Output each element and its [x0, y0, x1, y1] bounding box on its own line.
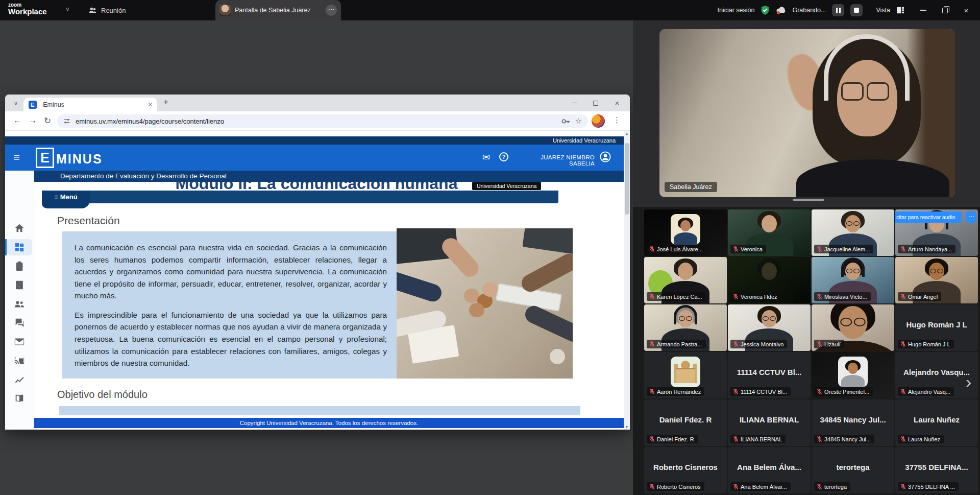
sidebar-item-cast[interactable]: [14, 355, 26, 367]
scroll-down-icon[interactable]: ▼: [624, 425, 630, 429]
participant-tile[interactable]: Jessica Montalvo: [728, 304, 811, 351]
participant-tile[interactable]: Daniel Fdez. RDaniel Fdez. R: [644, 399, 727, 446]
security-shield-icon[interactable]: [761, 5, 770, 15]
browser-close-button[interactable]: ×: [608, 95, 626, 111]
tab-search-chevron-icon[interactable]: ∨: [10, 98, 21, 108]
sidebar-item-stats[interactable]: [14, 374, 26, 386]
participant-tile[interactable]: citar para reactivar audio⋯Arturo Nanday…: [895, 209, 978, 256]
muted-mic-icon: [900, 436, 906, 442]
menu-button[interactable]: ≡ Menú: [42, 191, 90, 208]
participant-tile[interactable]: Roberto CisnerosRoberto Cisneros: [644, 447, 727, 493]
participant-label: 11114 CCTUV Bl...: [730, 387, 791, 396]
browser-minimize-button[interactable]: [566, 95, 583, 111]
reload-icon[interactable]: ↻: [44, 115, 51, 126]
sidebar-item-forum[interactable]: [14, 317, 26, 329]
participant-tile[interactable]: Armando Pastra...: [644, 304, 727, 351]
new-tab-button[interactable]: +: [163, 97, 168, 107]
sidebar-item-notebook[interactable]: [14, 279, 26, 292]
view-button[interactable]: Vista: [876, 7, 890, 14]
participant-tile[interactable]: ILIANA BERNALILIANA BERNAL: [728, 399, 811, 446]
page-scrollbar[interactable]: ▲ ▼: [624, 131, 630, 430]
participant-label-text: Arturo Nandaya...: [908, 246, 952, 252]
tab-more-icon[interactable]: ⋯: [326, 5, 337, 16]
speaker-video[interactable]: Sabelia Juárez: [659, 29, 955, 197]
participant-label-text: Hugo Román J L: [908, 341, 950, 347]
address-bar[interactable]: eminus.uv.mx/eminus4/page/course/content…: [57, 114, 588, 128]
user-icon[interactable]: [600, 151, 611, 162]
participant-tile[interactable]: Miroslava Victo...: [812, 257, 894, 303]
sidebar-item-mail[interactable]: [14, 336, 26, 348]
participant-tile[interactable]: Omar Angel: [895, 257, 978, 303]
back-icon[interactable]: ←: [13, 115, 22, 126]
password-key-icon[interactable]: [561, 119, 570, 124]
muted-mic-icon: [649, 388, 655, 395]
browser-tab[interactable]: E -Eminus ×: [23, 98, 157, 111]
profile-avatar[interactable]: [592, 114, 605, 128]
participant-label: Laura Nuñez: [898, 435, 944, 443]
forward-icon[interactable]: →: [29, 115, 37, 126]
stop-recording-button[interactable]: [850, 4, 863, 16]
zoom-titlebar: zoom Workplace ∨ Reunión Pantalla de Sab…: [0, 0, 980, 20]
browser-restore-button[interactable]: [587, 95, 604, 111]
participant-tile[interactable]: Veronica: [728, 209, 811, 256]
eminus-logo-text: MINUS: [56, 152, 103, 167]
site-settings-icon[interactable]: [63, 117, 70, 125]
participant-tile[interactable]: Lizaulí: [812, 304, 894, 351]
tab-screen-share[interactable]: Pantalla de Sabelia Juárez ⋯: [215, 0, 341, 20]
muted-mic-icon: [733, 341, 739, 347]
url-text[interactable]: eminus.uv.mx/eminus4/page/course/content…: [76, 117, 556, 125]
participant-name: 37755 DELFINA...: [895, 463, 978, 472]
participant-tile[interactable]: José Luis Álvare...: [644, 209, 727, 256]
participant-tile[interactable]: Hugo Román J LHugo Román J L: [895, 304, 978, 351]
muted-mic-icon: [817, 341, 822, 347]
participant-tile[interactable]: 34845 Nancy Jul...34845 Nancy Jul...: [812, 399, 894, 446]
participant-tile[interactable]: Jacqueline Alem...: [812, 209, 894, 256]
participant-tile[interactable]: Oreste Pimentel...: [812, 352, 894, 398]
view-layout-icon[interactable]: [896, 7, 904, 14]
user-name[interactable]: JUAREZ NIEMBRO SABELIA: [516, 154, 595, 167]
sidebar-item-people[interactable]: [14, 298, 26, 311]
minimize-button[interactable]: [916, 0, 931, 20]
participant-tile[interactable]: 37755 DELFINA...37755 DELFINA ...: [895, 447, 978, 493]
pause-recording-button[interactable]: [832, 4, 844, 16]
participant-label: Oreste Pimentel...: [814, 387, 873, 396]
participant-tile[interactable]: Aarón Hernández: [644, 352, 727, 398]
photo-laptop2: [522, 228, 573, 254]
hamburger-menu-icon[interactable]: ≡: [13, 151, 20, 164]
tab-close-icon[interactable]: ×: [148, 101, 152, 108]
sidebar-item-home[interactable]: [14, 223, 26, 235]
help-icon[interactable]: ?: [499, 152, 508, 161]
scroll-up-icon[interactable]: ▲: [624, 132, 630, 135]
next-page-chevron-icon[interactable]: ›: [966, 372, 971, 392]
participant-label-text: 11114 CCTUV Bl...: [741, 389, 787, 395]
mail-icon[interactable]: ✉: [482, 152, 490, 163]
participant-tile[interactable]: Laura NuñezLaura Nuñez: [895, 399, 978, 446]
sidebar-item-tasks[interactable]: [14, 261, 26, 273]
scrollbar-thumb[interactable]: [625, 143, 629, 215]
participant-tile[interactable]: Veronica Hdez: [728, 257, 811, 303]
resize-handle[interactable]: [793, 199, 824, 201]
avatar: [671, 214, 700, 245]
participant-tile[interactable]: Ana Belem Álva...Ana Belem Álvar...: [728, 447, 811, 493]
participant-label: Omar Angel: [898, 292, 941, 301]
participant-label-text: Daniel Fdez. R: [657, 436, 694, 442]
chevron-down-icon[interactable]: ∨: [65, 6, 70, 13]
participant-label-text: Aarón Hernández: [657, 389, 701, 395]
participant-label-text: Jacqueline Alem...: [824, 246, 870, 252]
bookmark-star-icon[interactable]: ☆: [575, 116, 582, 126]
sidebar-item-dashboard[interactable]: [14, 242, 26, 254]
participant-tile[interactable]: terortegaterortega: [812, 447, 894, 493]
participant-tile[interactable]: Karen López Ca...: [644, 257, 727, 303]
tab-meeting[interactable]: Reunión: [82, 0, 133, 20]
unmute-request-button[interactable]: citar para reactivar audio: [895, 211, 962, 223]
sign-in-button[interactable]: Iniciar sesión: [717, 7, 754, 14]
sidebar-item-library[interactable]: [14, 393, 26, 405]
eminus-footer: Copyright Universidad Veracruzana. Todos…: [34, 418, 624, 428]
muted-mic-icon: [817, 293, 822, 300]
eminus-favicon: E: [29, 101, 37, 109]
browser-menu-icon[interactable]: ⋮: [613, 115, 621, 125]
restore-button[interactable]: [937, 0, 952, 20]
more-options-button[interactable]: ⋯: [966, 211, 976, 223]
close-button[interactable]: ×: [959, 0, 974, 20]
participant-tile[interactable]: 11114 CCTUV Bl...11114 CCTUV Bl...: [728, 352, 811, 398]
